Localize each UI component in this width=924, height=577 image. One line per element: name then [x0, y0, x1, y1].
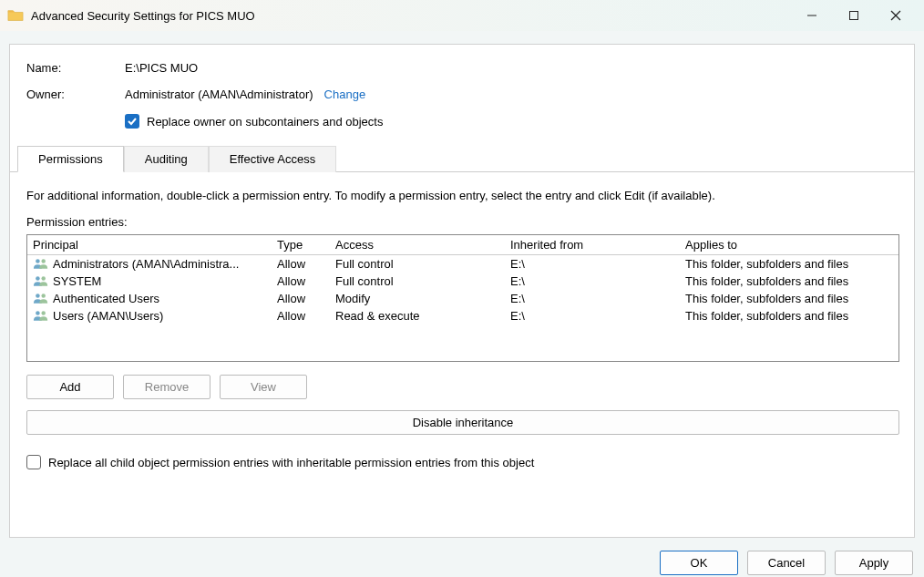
table-row[interactable]: Users (AMAN\Users)AllowRead & executeE:\… — [27, 307, 898, 325]
name-row: Name: E:\PICS MUO — [26, 61, 899, 75]
cell-principal: Administrators (AMAN\Administra... — [53, 257, 239, 271]
col-principal[interactable]: Principal — [33, 238, 277, 252]
entry-buttons: Add Remove View — [26, 375, 899, 399]
cell-inherited: E:\ — [510, 309, 685, 323]
svg-point-6 — [36, 276, 39, 280]
cell-access: Full control — [335, 257, 510, 271]
cell-inherited: E:\ — [510, 274, 685, 288]
tab-auditing[interactable]: Auditing — [124, 146, 209, 172]
main-panel: Name: E:\PICS MUO Owner: Administrator (… — [9, 44, 915, 538]
name-value: E:\PICS MUO — [125, 61, 198, 75]
titlebar: Advanced Security Settings for PICS MUO — [0, 0, 924, 31]
svg-point-5 — [41, 259, 45, 263]
owner-value: Administrator (AMAN\Administrator) — [125, 88, 313, 101]
add-button[interactable]: Add — [26, 375, 114, 399]
cell-inherited: E:\ — [510, 292, 685, 305]
cancel-button[interactable]: Cancel — [747, 551, 826, 575]
cell-type: Allow — [277, 309, 335, 323]
group-icon — [33, 275, 49, 288]
replace-child-label: Replace all child object permission entr… — [48, 456, 534, 469]
apply-button[interactable]: Apply — [835, 551, 913, 575]
cell-applies: This folder, subfolders and files — [685, 292, 893, 305]
table-header: Principal Type Access Inherited from App… — [27, 235, 898, 255]
dialog-footer: OK Cancel Apply — [0, 545, 924, 575]
cell-principal: SYSTEM — [53, 274, 101, 288]
tab-permissions[interactable]: Permissions — [17, 146, 124, 172]
col-applies[interactable]: Applies to — [685, 238, 893, 252]
cell-principal: Authenticated Users — [53, 292, 159, 305]
description-text: For additional information, double-click… — [26, 189, 899, 202]
col-type[interactable]: Type — [277, 238, 335, 252]
owner-label: Owner: — [26, 88, 125, 101]
inheritance-row: Disable inheritance — [26, 410, 899, 435]
minimize-button[interactable] — [791, 2, 833, 29]
name-label: Name: — [26, 61, 125, 75]
ok-button[interactable]: OK — [660, 551, 738, 575]
cell-inherited: E:\ — [510, 257, 685, 271]
replace-child-checkbox[interactable] — [26, 455, 41, 469]
replace-child-row: Replace all child object permission entr… — [26, 455, 899, 469]
remove-button[interactable]: Remove — [123, 375, 210, 399]
col-inherited[interactable]: Inherited from — [510, 238, 685, 252]
svg-rect-1 — [850, 12, 858, 20]
group-icon — [33, 258, 49, 271]
folder-icon — [7, 8, 24, 23]
window-title: Advanced Security Settings for PICS MUO — [31, 9, 791, 23]
maximize-button[interactable] — [833, 2, 875, 29]
cell-applies: This folder, subfolders and files — [685, 309, 893, 323]
cell-access: Modify — [335, 292, 510, 305]
cell-applies: This folder, subfolders and files — [685, 274, 893, 288]
svg-point-10 — [36, 311, 39, 314]
cell-access: Read & execute — [335, 309, 510, 323]
tab-effective-access[interactable]: Effective Access — [209, 146, 336, 172]
table-body: Administrators (AMAN\Administra...AllowF… — [27, 255, 898, 361]
cell-principal: Users (AMAN\Users) — [53, 309, 163, 323]
entries-label: Permission entries: — [26, 215, 899, 229]
svg-point-4 — [36, 259, 39, 263]
table-row[interactable]: Authenticated UsersAllowModifyE:\This fo… — [27, 290, 898, 307]
owner-row: Owner: Administrator (AMAN\Administrator… — [26, 88, 899, 101]
replace-owner-checkbox[interactable] — [125, 114, 139, 129]
svg-point-9 — [41, 294, 45, 297]
table-row[interactable]: Administrators (AMAN\Administra...AllowF… — [27, 255, 898, 273]
group-icon — [33, 310, 49, 323]
cell-access: Full control — [335, 274, 510, 288]
disable-inheritance-button[interactable]: Disable inheritance — [26, 410, 899, 435]
table-row[interactable]: SYSTEMAllowFull controlE:\This folder, s… — [27, 273, 898, 290]
col-access[interactable]: Access — [335, 238, 510, 252]
cell-type: Allow — [277, 257, 335, 271]
cell-type: Allow — [277, 274, 335, 288]
cell-type: Allow — [277, 292, 335, 305]
tab-strip: Permissions Auditing Effective Access — [10, 145, 914, 172]
view-button[interactable]: View — [220, 375, 307, 399]
close-button[interactable] — [875, 2, 917, 29]
svg-point-11 — [41, 311, 45, 314]
replace-owner-row: Replace owner on subcontainers and objec… — [125, 114, 899, 129]
svg-point-8 — [36, 294, 39, 297]
cell-applies: This folder, subfolders and files — [685, 257, 893, 271]
replace-owner-label: Replace owner on subcontainers and objec… — [147, 115, 383, 129]
permission-table: Principal Type Access Inherited from App… — [26, 234, 899, 362]
change-owner-link[interactable]: Change — [324, 88, 366, 101]
svg-point-7 — [41, 276, 45, 280]
group-icon — [33, 293, 49, 305]
